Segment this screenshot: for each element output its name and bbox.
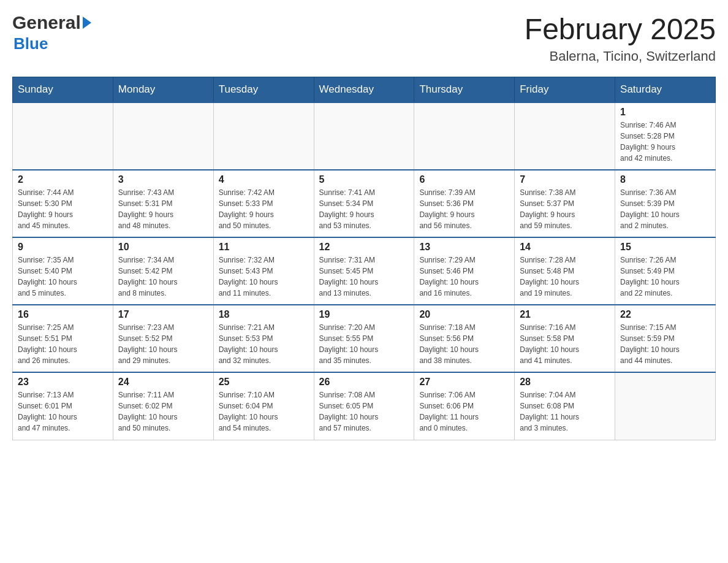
- day-info: Sunrise: 7:25 AMSunset: 5:51 PMDaylight:…: [18, 322, 108, 366]
- table-row: 17Sunrise: 7:23 AMSunset: 5:52 PMDayligh…: [113, 305, 213, 372]
- day-info: Sunrise: 7:44 AMSunset: 5:30 PMDaylight:…: [18, 187, 108, 231]
- table-row: 18Sunrise: 7:21 AMSunset: 5:53 PMDayligh…: [213, 305, 314, 372]
- col-sunday: Sunday: [13, 77, 113, 103]
- day-number: 6: [419, 174, 509, 185]
- day-info: Sunrise: 7:29 AMSunset: 5:46 PMDaylight:…: [419, 255, 509, 299]
- col-saturday: Saturday: [615, 77, 716, 103]
- page-header: General Blue February 2025 Balerna, Tici…: [12, 12, 716, 64]
- day-info: Sunrise: 7:13 AMSunset: 6:01 PMDaylight:…: [18, 389, 108, 434]
- table-row: 22Sunrise: 7:15 AMSunset: 5:59 PMDayligh…: [615, 305, 716, 372]
- calendar-week-row: 2Sunrise: 7:44 AMSunset: 5:30 PMDaylight…: [13, 170, 716, 237]
- day-number: 22: [620, 309, 710, 320]
- table-row: 6Sunrise: 7:39 AMSunset: 5:36 PMDaylight…: [414, 170, 515, 237]
- day-number: 21: [520, 309, 610, 320]
- calendar-week-row: 23Sunrise: 7:13 AMSunset: 6:01 PMDayligh…: [13, 372, 716, 440]
- logo-triangle-icon: [83, 17, 91, 29]
- table-row: 11Sunrise: 7:32 AMSunset: 5:43 PMDayligh…: [213, 237, 314, 305]
- table-row: 27Sunrise: 7:06 AMSunset: 6:06 PMDayligh…: [414, 372, 515, 440]
- day-number: 18: [219, 309, 309, 320]
- day-number: 14: [520, 242, 610, 253]
- table-row: 3Sunrise: 7:43 AMSunset: 5:31 PMDaylight…: [113, 170, 213, 237]
- table-row: 13Sunrise: 7:29 AMSunset: 5:46 PMDayligh…: [414, 237, 515, 305]
- logo-blue-text: Blue: [13, 34, 48, 53]
- day-info: Sunrise: 7:16 AMSunset: 5:58 PMDaylight:…: [520, 322, 610, 366]
- table-row: 9Sunrise: 7:35 AMSunset: 5:40 PMDaylight…: [13, 237, 113, 305]
- day-info: Sunrise: 7:26 AMSunset: 5:49 PMDaylight:…: [620, 255, 710, 299]
- table-row: 10Sunrise: 7:34 AMSunset: 5:42 PMDayligh…: [113, 237, 213, 305]
- day-info: Sunrise: 7:46 AMSunset: 5:28 PMDaylight:…: [620, 120, 710, 164]
- day-info: Sunrise: 7:31 AMSunset: 5:45 PMDaylight:…: [319, 255, 409, 299]
- col-friday: Friday: [515, 77, 615, 103]
- day-info: Sunrise: 7:06 AMSunset: 6:06 PMDaylight:…: [419, 389, 509, 434]
- calendar-week-row: 16Sunrise: 7:25 AMSunset: 5:51 PMDayligh…: [13, 305, 716, 372]
- day-number: 9: [18, 242, 108, 253]
- day-info: Sunrise: 7:18 AMSunset: 5:56 PMDaylight:…: [419, 322, 509, 366]
- table-row: 4Sunrise: 7:42 AMSunset: 5:33 PMDaylight…: [213, 170, 314, 237]
- calendar-week-row: 1Sunrise: 7:46 AMSunset: 5:28 PMDaylight…: [13, 102, 716, 170]
- day-info: Sunrise: 7:23 AMSunset: 5:52 PMDaylight:…: [118, 322, 208, 366]
- day-number: 2: [18, 174, 108, 185]
- table-row: 24Sunrise: 7:11 AMSunset: 6:02 PMDayligh…: [113, 372, 213, 440]
- table-row: 26Sunrise: 7:08 AMSunset: 6:05 PMDayligh…: [314, 372, 414, 440]
- table-row: [515, 102, 615, 170]
- table-row: [113, 102, 213, 170]
- table-row: 1Sunrise: 7:46 AMSunset: 5:28 PMDaylight…: [615, 102, 716, 170]
- table-row: [615, 372, 716, 440]
- calendar-week-row: 9Sunrise: 7:35 AMSunset: 5:40 PMDaylight…: [13, 237, 716, 305]
- day-number: 20: [419, 309, 509, 320]
- day-number: 25: [219, 377, 309, 388]
- table-row: 2Sunrise: 7:44 AMSunset: 5:30 PMDaylight…: [13, 170, 113, 237]
- day-number: 10: [118, 242, 208, 253]
- day-info: Sunrise: 7:34 AMSunset: 5:42 PMDaylight:…: [118, 255, 208, 299]
- title-block: February 2025 Balerna, Ticino, Switzerla…: [525, 12, 716, 64]
- day-number: 19: [319, 309, 409, 320]
- day-number: 27: [419, 377, 509, 388]
- logo-general-text: General: [12, 12, 81, 33]
- day-number: 28: [520, 377, 610, 388]
- day-info: Sunrise: 7:36 AMSunset: 5:39 PMDaylight:…: [620, 187, 710, 231]
- col-thursday: Thursday: [414, 77, 515, 103]
- day-info: Sunrise: 7:39 AMSunset: 5:36 PMDaylight:…: [419, 187, 509, 231]
- day-number: 12: [319, 242, 409, 253]
- day-number: 1: [620, 107, 710, 118]
- day-info: Sunrise: 7:04 AMSunset: 6:08 PMDaylight:…: [520, 389, 610, 434]
- day-info: Sunrise: 7:10 AMSunset: 6:04 PMDaylight:…: [219, 389, 309, 434]
- day-number: 8: [620, 174, 710, 185]
- table-row: 16Sunrise: 7:25 AMSunset: 5:51 PMDayligh…: [13, 305, 113, 372]
- day-info: Sunrise: 7:38 AMSunset: 5:37 PMDaylight:…: [520, 187, 610, 231]
- day-number: 16: [18, 309, 108, 320]
- day-info: Sunrise: 7:20 AMSunset: 5:55 PMDaylight:…: [319, 322, 409, 366]
- day-info: Sunrise: 7:15 AMSunset: 5:59 PMDaylight:…: [620, 322, 710, 366]
- day-number: 23: [18, 377, 108, 388]
- table-row: 7Sunrise: 7:38 AMSunset: 5:37 PMDaylight…: [515, 170, 615, 237]
- day-info: Sunrise: 7:11 AMSunset: 6:02 PMDaylight:…: [118, 389, 208, 434]
- table-row: 19Sunrise: 7:20 AMSunset: 5:55 PMDayligh…: [314, 305, 414, 372]
- calendar-header-row: Sunday Monday Tuesday Wednesday Thursday…: [13, 77, 716, 103]
- table-row: 12Sunrise: 7:31 AMSunset: 5:45 PMDayligh…: [314, 237, 414, 305]
- table-row: 14Sunrise: 7:28 AMSunset: 5:48 PMDayligh…: [515, 237, 615, 305]
- day-info: Sunrise: 7:32 AMSunset: 5:43 PMDaylight:…: [219, 255, 309, 299]
- table-row: 28Sunrise: 7:04 AMSunset: 6:08 PMDayligh…: [515, 372, 615, 440]
- table-row: 5Sunrise: 7:41 AMSunset: 5:34 PMDaylight…: [314, 170, 414, 237]
- table-row: 25Sunrise: 7:10 AMSunset: 6:04 PMDayligh…: [213, 372, 314, 440]
- table-row: 21Sunrise: 7:16 AMSunset: 5:58 PMDayligh…: [515, 305, 615, 372]
- day-info: Sunrise: 7:35 AMSunset: 5:40 PMDaylight:…: [18, 255, 108, 299]
- day-number: 4: [219, 174, 309, 185]
- calendar-table: Sunday Monday Tuesday Wednesday Thursday…: [12, 77, 716, 440]
- table-row: [13, 102, 113, 170]
- day-info: Sunrise: 7:42 AMSunset: 5:33 PMDaylight:…: [219, 187, 309, 231]
- day-number: 11: [219, 242, 309, 253]
- day-number: 5: [319, 174, 409, 185]
- day-info: Sunrise: 7:08 AMSunset: 6:05 PMDaylight:…: [319, 389, 409, 434]
- table-row: [213, 102, 314, 170]
- col-tuesday: Tuesday: [213, 77, 314, 103]
- col-wednesday: Wednesday: [314, 77, 414, 103]
- day-number: 7: [520, 174, 610, 185]
- day-info: Sunrise: 7:43 AMSunset: 5:31 PMDaylight:…: [118, 187, 208, 231]
- table-row: 8Sunrise: 7:36 AMSunset: 5:39 PMDaylight…: [615, 170, 716, 237]
- table-row: 23Sunrise: 7:13 AMSunset: 6:01 PMDayligh…: [13, 372, 113, 440]
- day-number: 15: [620, 242, 710, 253]
- logo: General Blue: [12, 12, 91, 53]
- table-row: [414, 102, 515, 170]
- day-number: 13: [419, 242, 509, 253]
